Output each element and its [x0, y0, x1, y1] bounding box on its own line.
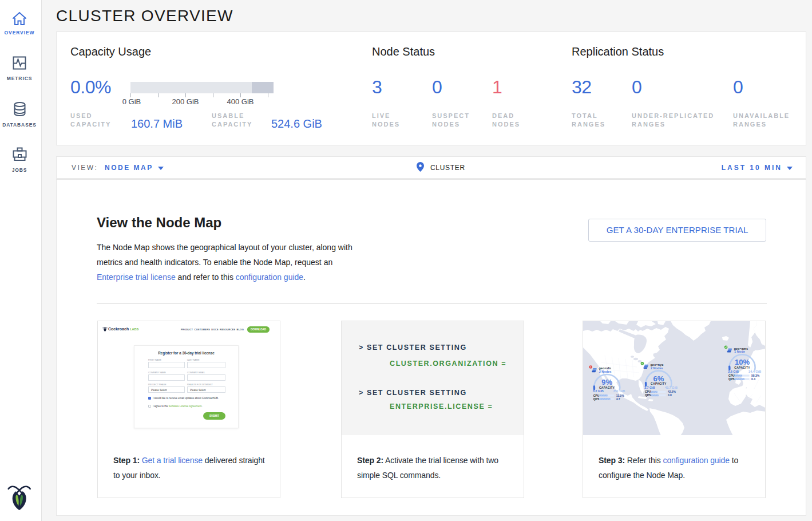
svg-text:0.4: 0.4 [751, 377, 755, 381]
svg-text:42.5%: 42.5% [668, 390, 676, 393]
svg-text:CAPACITY: CAPACITY [734, 366, 750, 369]
svg-text:34.4 GiB: 34.4 GiB [748, 370, 761, 373]
svg-text:QPS: QPS [728, 377, 735, 381]
svg-text:0.0: 0.0 [668, 393, 672, 397]
svg-text:QPS: QPS [645, 393, 651, 397]
svg-text:2 Nodes: 2 Nodes [599, 370, 612, 373]
svg-text:CPU: CPU [593, 394, 600, 397]
svg-text:58.3%: 58.3% [751, 374, 760, 377]
svg-text:CPU: CPU [728, 374, 735, 377]
svg-text:2 Nodes: 2 Nodes [651, 366, 663, 370]
svg-text:3.2 GiB: 3.2 GiB [593, 389, 604, 393]
svg-text:11.0%: 11.0% [616, 394, 624, 397]
svg-text:1 Node: 1 Node [734, 350, 745, 353]
svg-text:CAPACITY: CAPACITY [599, 386, 615, 389]
svg-text:351 GiB: 351 GiB [613, 389, 625, 393]
svg-text:4.7: 4.7 [616, 397, 620, 401]
svg-text:3.7 GiB: 3.7 GiB [644, 386, 655, 389]
svg-text:43.7 GiB: 43.7 GiB [665, 386, 678, 389]
svg-text:QPS: QPS [593, 397, 600, 401]
svg-text:CPU: CPU [645, 390, 651, 393]
svg-text:CAPACITY: CAPACITY [651, 382, 667, 385]
svg-text:3.6 GiB: 3.6 GiB [728, 370, 739, 373]
